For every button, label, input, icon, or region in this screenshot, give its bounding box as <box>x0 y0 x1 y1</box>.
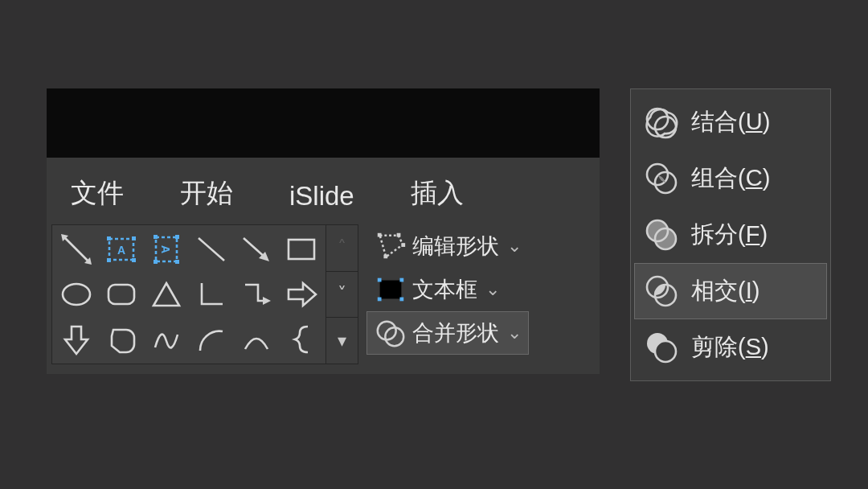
svg-rect-33 <box>399 278 403 282</box>
shape-block-arrow-down[interactable] <box>55 318 97 360</box>
svg-rect-5 <box>107 236 111 240</box>
merge-shapes-icon <box>374 316 407 350</box>
menu-label: 结合(U) <box>691 106 770 138</box>
gallery-scroll-up[interactable]: ˄ <box>326 225 358 272</box>
svg-text:A: A <box>117 244 125 257</box>
menu-label: 组合(C) <box>691 162 770 195</box>
gallery-more-button[interactable]: ▾ <box>326 318 358 364</box>
menu-label: 拆分(F) <box>691 219 768 251</box>
ribbon-tab-insert[interactable]: 插入 <box>411 175 464 212</box>
shape-round-rect[interactable] <box>100 273 142 315</box>
shape-brace-left[interactable] <box>280 318 322 360</box>
shapes-gallery-wrap: A A <box>51 224 358 364</box>
svg-rect-34 <box>378 298 382 302</box>
svg-rect-29 <box>383 255 387 259</box>
shape-block-arrow-right[interactable] <box>280 273 322 315</box>
menu-item-subtract[interactable]: 剪除(S) <box>634 319 827 376</box>
union-icon <box>643 104 680 141</box>
text-box-icon: A <box>374 273 407 306</box>
ribbon-panel: 文件 开始 iSlide 插入 A A <box>47 88 600 374</box>
chevron-down-icon: ⌄ <box>507 323 522 343</box>
svg-text:A: A <box>383 277 398 299</box>
shape-line-diagonal[interactable] <box>55 228 97 270</box>
intersect-icon <box>643 273 680 310</box>
svg-rect-32 <box>378 278 382 282</box>
window-titlebar-placeholder <box>47 88 600 158</box>
svg-rect-7 <box>107 258 111 262</box>
svg-rect-8 <box>132 258 136 262</box>
shape-blob[interactable] <box>100 318 142 360</box>
combine-icon <box>643 160 680 197</box>
svg-marker-22 <box>263 297 271 305</box>
shape-freeform[interactable] <box>145 318 187 360</box>
svg-line-0 <box>63 236 89 262</box>
edit-shape-label: 编辑形状 <box>412 232 499 261</box>
shape-textbox-vertical[interactable]: A <box>145 228 187 270</box>
svg-marker-24 <box>65 327 88 354</box>
edit-shape-button[interactable]: 编辑形状 ⌄ <box>366 224 529 268</box>
menu-item-combine[interactable]: 组合(C) <box>634 150 827 207</box>
svg-rect-28 <box>401 243 405 247</box>
ribbon-tab-strip: 文件 开始 iSlide 插入 <box>47 158 600 220</box>
chevron-down-icon: ⌄ <box>507 236 522 257</box>
shape-arrow-line[interactable] <box>235 228 277 270</box>
svg-rect-13 <box>154 260 158 264</box>
svg-rect-11 <box>154 235 158 239</box>
svg-marker-23 <box>289 283 316 306</box>
gallery-scroll-down[interactable]: ˅ <box>326 272 358 318</box>
edit-shape-icon <box>374 229 407 263</box>
chevron-down-icon: ⌄ <box>485 279 500 300</box>
svg-point-19 <box>63 284 90 305</box>
fragment-icon <box>643 216 680 253</box>
menu-label: 相交(I) <box>691 275 760 307</box>
svg-marker-21 <box>154 283 179 306</box>
svg-line-15 <box>199 238 224 261</box>
ribbon-body: A A <box>47 220 600 374</box>
shape-textbox-horizontal[interactable]: A <box>100 228 142 270</box>
svg-rect-14 <box>175 260 179 264</box>
shape-tools-commands: 编辑形状 ⌄ A 文本框 ⌄ 合并形状 ⌄ <box>358 224 529 355</box>
shape-arc[interactable] <box>190 318 232 360</box>
shapes-gallery: A A <box>51 224 326 364</box>
menu-label: 剪除(S) <box>691 331 769 364</box>
gallery-scrollbar: ˄ ˅ ▾ <box>326 224 358 364</box>
svg-rect-26 <box>378 233 382 237</box>
ribbon-tab-home[interactable]: 开始 <box>180 175 233 212</box>
ribbon-tab-file[interactable]: 文件 <box>71 175 124 212</box>
merge-shapes-menu: 结合(U) 组合(C) 拆分(F) 相交(I) 剪除(S) <box>630 88 831 381</box>
svg-rect-18 <box>289 240 314 259</box>
merge-shapes-button[interactable]: 合并形状 ⌄ <box>366 311 529 355</box>
svg-marker-25 <box>380 236 403 257</box>
subtract-icon <box>643 329 680 366</box>
svg-rect-35 <box>399 298 403 302</box>
shape-triangle[interactable] <box>145 273 187 315</box>
ribbon-tab-islide[interactable]: iSlide <box>289 181 354 212</box>
shape-line[interactable] <box>190 228 232 270</box>
text-box-label: 文本框 <box>412 275 477 304</box>
svg-rect-20 <box>108 285 134 304</box>
shape-elbow-connector[interactable] <box>235 273 277 315</box>
menu-item-intersect[interactable]: 相交(I) <box>634 263 827 319</box>
menu-item-union[interactable]: 结合(U) <box>634 94 827 150</box>
svg-rect-6 <box>132 236 136 240</box>
text-box-button[interactable]: A 文本框 ⌄ <box>366 268 529 311</box>
shape-rectangle[interactable] <box>280 228 322 270</box>
svg-rect-12 <box>175 235 179 239</box>
shape-right-angle[interactable] <box>190 273 232 315</box>
svg-text:A: A <box>159 245 172 253</box>
menu-item-fragment[interactable]: 拆分(F) <box>634 207 827 263</box>
svg-rect-27 <box>397 233 401 237</box>
shape-caret[interactable] <box>235 318 277 360</box>
merge-shapes-label: 合并形状 <box>412 318 499 347</box>
shape-ellipse[interactable] <box>55 273 97 315</box>
